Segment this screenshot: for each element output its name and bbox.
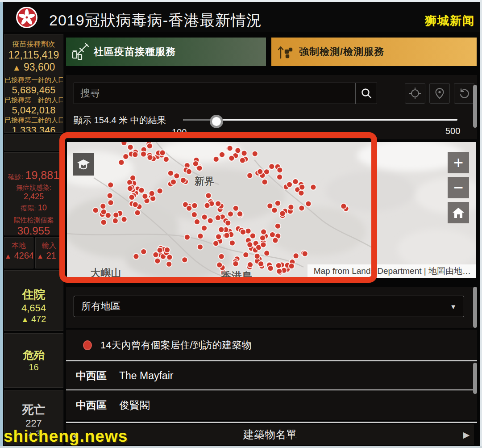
case-marker[interactable] [247,173,253,179]
case-marker[interactable] [174,173,179,179]
case-marker[interactable] [275,223,281,229]
zoom-out-button[interactable]: − [448,177,469,198]
reset-button[interactable] [454,83,474,104]
case-marker[interactable] [237,211,243,217]
case-marker[interactable] [130,175,136,181]
scrollbar-thumb[interactable] [473,85,477,128]
case-marker[interactable] [229,155,234,161]
case-marker[interactable] [287,182,292,188]
case-marker[interactable] [215,215,221,221]
vaccination-service-button[interactable]: 社區疫苗接種服務 [66,38,266,66]
case-marker[interactable] [194,219,200,225]
case-marker[interactable] [252,151,258,157]
map-canvas[interactable]: 新界大嶼山香港島 + − Map from Lands Department |… [67,142,476,278]
case-marker[interactable] [213,156,219,162]
case-marker[interactable] [139,187,145,193]
case-marker[interactable] [250,233,256,239]
case-marker[interactable] [257,169,263,175]
next-page-arrow[interactable]: ▶ [459,430,474,440]
case-marker[interactable] [160,150,166,156]
case-marker[interactable] [219,254,224,260]
case-marker[interactable] [208,218,213,224]
scrollbar-thumb[interactable] [473,363,477,394]
case-marker[interactable] [113,212,119,218]
case-marker[interactable] [247,262,253,268]
case-marker[interactable] [293,253,299,259]
case-marker[interactable] [233,205,239,211]
search-button[interactable] [356,83,377,104]
case-marker[interactable] [153,252,158,258]
case-marker[interactable] [204,203,210,209]
case-marker[interactable] [164,247,170,253]
case-marker[interactable] [166,254,172,260]
case-marker[interactable] [298,190,304,196]
case-marker[interactable] [154,258,160,264]
case-marker[interactable] [277,167,283,173]
case-marker[interactable] [163,156,169,162]
search-input[interactable] [74,83,356,104]
case-marker[interactable] [306,201,312,207]
case-marker[interactable] [147,155,153,160]
case-marker[interactable] [108,182,113,188]
case-marker[interactable] [132,152,138,158]
case-marker[interactable] [261,229,266,235]
slider-handle[interactable] [210,115,223,128]
case-marker[interactable] [197,244,203,250]
case-marker[interactable] [192,203,198,209]
case-marker[interactable] [270,232,275,238]
case-marker[interactable] [229,240,235,246]
case-marker[interactable] [293,179,299,184]
case-marker[interactable] [215,201,221,206]
case-marker[interactable] [224,233,230,239]
case-marker[interactable] [341,203,346,209]
building-row[interactable]: 中西區 The Mayfair [66,362,477,390]
case-marker[interactable] [202,214,208,220]
district-select[interactable]: 所有地區 ▼ [74,296,464,317]
case-marker[interactable] [118,159,124,165]
case-marker[interactable] [233,261,239,267]
case-marker[interactable] [135,210,141,216]
case-marker[interactable] [133,254,139,260]
case-marker[interactable] [108,200,114,205]
case-marker[interactable] [260,235,266,241]
case-marker[interactable] [142,193,148,199]
pin-button[interactable] [429,83,450,104]
case-marker[interactable] [180,177,186,183]
locate-button[interactable] [405,83,425,104]
case-marker[interactable] [235,147,241,153]
case-marker[interactable] [254,253,260,259]
case-marker[interactable] [280,211,286,217]
case-marker[interactable] [157,188,163,194]
case-marker[interactable] [216,234,221,239]
case-marker[interactable] [272,238,278,243]
home-extent-button[interactable] [448,202,469,223]
case-marker[interactable] [264,250,270,256]
case-marker[interactable] [107,193,113,199]
case-marker[interactable] [276,263,282,268]
case-marker[interactable] [247,242,253,247]
scrollbar-thumb[interactable] [473,287,477,328]
case-marker[interactable] [213,240,219,246]
case-marker[interactable] [310,184,316,190]
case-marker[interactable] [93,207,99,213]
case-marker[interactable] [219,152,225,158]
case-marker[interactable] [240,229,246,235]
distance-slider[interactable] [183,119,457,121]
case-marker[interactable] [258,261,264,267]
case-marker[interactable] [166,261,172,267]
case-marker[interactable] [184,234,190,240]
case-marker[interactable] [228,211,233,217]
case-marker[interactable] [288,204,294,210]
case-marker[interactable] [206,193,212,198]
case-marker[interactable] [289,263,295,269]
case-marker[interactable] [170,179,176,185]
zoom-in-button[interactable]: + [448,152,469,173]
case-marker[interactable] [276,268,282,274]
case-marker[interactable] [268,265,274,271]
case-marker[interactable] [240,158,245,163]
case-marker[interactable] [101,219,107,225]
case-marker[interactable] [261,242,266,247]
case-marker[interactable] [105,213,111,218]
case-marker[interactable] [272,207,278,213]
case-marker[interactable] [299,184,305,190]
